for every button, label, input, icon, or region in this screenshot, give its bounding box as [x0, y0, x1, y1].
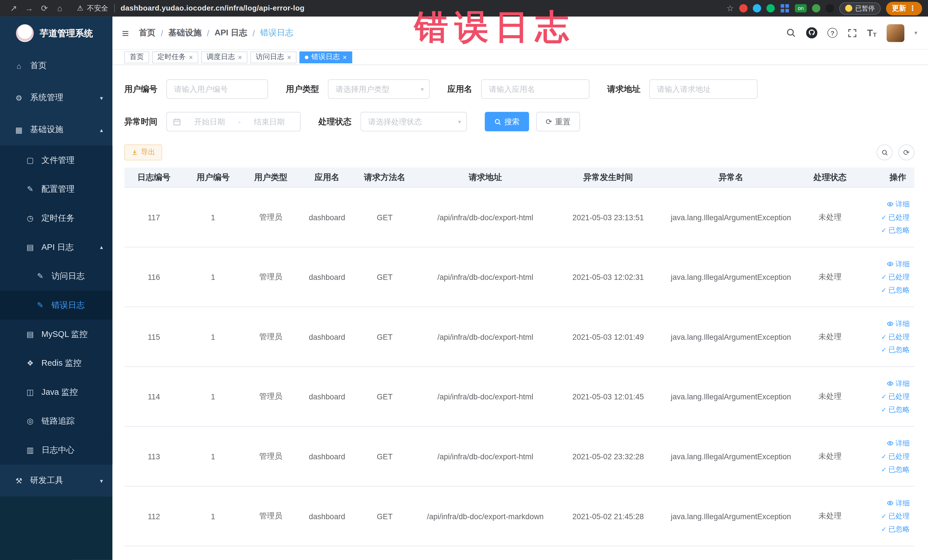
detail-link[interactable]: 详细	[887, 438, 910, 448]
mark-processed-link[interactable]: ✓已处理	[881, 391, 910, 401]
mark-ignored-link[interactable]: ✓已忽略	[881, 404, 910, 415]
cell-exception-name: java.lang.IllegalArgumentException	[660, 512, 802, 520]
process-status-select[interactable]: 请选择处理状态 ▾	[360, 112, 467, 131]
breadcrumb-infrastructure[interactable]: 基础设施	[168, 27, 201, 38]
request-url-input[interactable]	[649, 79, 758, 99]
mark-ignored-link[interactable]: ✓已忽略	[881, 345, 910, 355]
breadcrumb-separator: /	[252, 28, 255, 38]
extension-icon-grid[interactable]	[780, 3, 789, 13]
sidebar-toggle-icon[interactable]: ≡	[122, 27, 129, 38]
filter-process-status: 处理状态 请选择处理状态 ▾	[318, 112, 467, 131]
refresh-button[interactable]: ⟳	[898, 144, 914, 160]
mark-processed-link[interactable]: ✓已处理	[881, 212, 910, 222]
sidebar-item-file-management[interactable]: ▢ 文件管理	[0, 145, 112, 175]
close-icon[interactable]: ×	[189, 53, 193, 61]
sidebar-item-mysql-monitor[interactable]: ▤ MySQL 监控	[0, 319, 112, 349]
home-icon[interactable]: ⌂	[52, 3, 68, 13]
close-icon[interactable]: ×	[238, 53, 242, 61]
tab-dispatch-logs[interactable]: 调度日志 ×	[201, 51, 247, 63]
sidebar-item-label: API 日志	[41, 242, 73, 252]
detail-link[interactable]: 详细	[887, 498, 910, 508]
sidebar-item-infrastructure[interactable]: ▦ 基础设施 ▴	[0, 113, 112, 145]
fullscreen-icon[interactable]	[847, 28, 857, 38]
tab-error-logs[interactable]: 错误日志 ×	[299, 51, 352, 63]
sidebar-item-system-management[interactable]: ⚙ 系统管理 ▾	[0, 82, 112, 113]
reload-icon[interactable]: ⟳	[37, 3, 52, 13]
api-log-icon: ▤	[25, 243, 35, 252]
github-icon[interactable]	[806, 27, 817, 38]
sidebar-item-error-logs[interactable]: ✎ 错误日志	[0, 291, 112, 320]
mark-processed-link[interactable]: ✓已处理	[881, 272, 910, 282]
url-bar[interactable]: dashboard.yudao.iocoder.cn/infra/log/api…	[121, 4, 305, 12]
chevron-up-icon: ▴	[100, 244, 103, 250]
sidebar-item-log-center[interactable]: ▥ 日志中心	[0, 436, 112, 465]
export-button[interactable]: 导出	[124, 144, 162, 160]
sidebar-item-config-management[interactable]: ✎ 配置管理	[0, 175, 112, 204]
extension-icon-on-badge[interactable]: on	[795, 4, 806, 12]
export-label: 导出	[141, 148, 155, 157]
reset-button[interactable]: ⟳ 重置	[536, 112, 580, 131]
chevron-down-icon: ▾	[458, 118, 461, 125]
cell-app-name: dashboard	[299, 452, 355, 461]
extension-icon-paw[interactable]	[826, 4, 834, 12]
help-icon[interactable]: ?	[827, 28, 838, 38]
sidebar-item-label: 访问日志	[51, 271, 84, 281]
extension-icon-blue-drop[interactable]	[753, 4, 761, 12]
search-toggle-button[interactable]	[877, 144, 893, 160]
mark-ignored-link[interactable]: ✓已忽略	[881, 285, 910, 295]
user-type-select[interactable]: 请选择用户类型 ▾	[328, 79, 430, 99]
detail-link[interactable]: 详细	[887, 259, 910, 269]
mark-ignored-link[interactable]: ✓已忽略	[881, 464, 910, 475]
extension-icon-leaf[interactable]	[812, 4, 820, 12]
chevron-down-icon[interactable]: ▾	[914, 30, 917, 36]
breadcrumb-api-logs[interactable]: API 日志	[215, 27, 247, 38]
font-size-icon[interactable]: TT	[867, 28, 877, 38]
tab-home[interactable]: 首页	[124, 51, 149, 63]
mark-processed-link[interactable]: ✓已处理	[881, 451, 910, 461]
sidebar-item-scheduled-tasks[interactable]: ◷ 定时任务	[0, 204, 112, 233]
cell-app-name: dashboard	[299, 392, 355, 401]
paused-extension-badge[interactable]: 已暂停	[839, 2, 881, 15]
close-icon[interactable]: ×	[287, 53, 291, 61]
sidebar-item-home[interactable]: ⌂ 首页	[0, 50, 112, 82]
config-icon: ✎	[25, 185, 35, 194]
mark-processed-link[interactable]: ✓已处理	[881, 511, 910, 521]
detail-link[interactable]: 详细	[887, 319, 910, 329]
sidebar-item-link-tracing[interactable]: ◎ 链路追踪	[0, 406, 112, 436]
user-id-input[interactable]	[166, 79, 268, 99]
chevron-down-icon: ▾	[100, 95, 103, 101]
extension-icon-green[interactable]	[766, 4, 775, 12]
chrome-update-button[interactable]: 更新 ⋮	[886, 2, 922, 15]
avatar[interactable]	[887, 24, 904, 42]
forward-icon[interactable]: →	[21, 3, 37, 13]
cell-method: GET	[355, 392, 414, 401]
tags-view-bar: 首页 定时任务 × 调度日志 × 访问日志 × 错误日志 ×	[112, 50, 928, 65]
cell-log-id: 116	[124, 272, 183, 281]
sidebar-logo[interactable]: 芋道管理系统	[0, 17, 112, 50]
sidebar-item-java-monitor[interactable]: ◫ Java 监控	[0, 378, 112, 407]
date-range-picker[interactable]: 开始日期 - 结束日期	[166, 112, 301, 131]
sidebar-item-dev-tools[interactable]: ⚒ 研发工具 ▾	[0, 465, 112, 497]
sidebar-item-access-logs[interactable]: ✎ 访问日志	[0, 262, 112, 291]
security-chip[interactable]: ⚠ 不安全	[77, 3, 108, 13]
search-button[interactable]: 搜索	[485, 112, 529, 131]
sidebar-item-api-logs[interactable]: ▤ API 日志 ▴	[0, 232, 112, 262]
extension-icon-red[interactable]	[739, 4, 748, 12]
tab-scheduled-tasks[interactable]: 定时任务 ×	[152, 51, 198, 63]
app-name-input[interactable]	[481, 79, 590, 99]
search-icon[interactable]	[786, 28, 796, 38]
bookmark-star-icon[interactable]: ☆	[727, 3, 734, 13]
mark-ignored-link[interactable]: ✓已忽略	[881, 524, 910, 534]
mark-processed-link[interactable]: ✓已处理	[881, 332, 910, 342]
cell-actions: 详细 ✓已处理 ✓已忽略	[858, 498, 914, 534]
close-icon[interactable]: ×	[343, 53, 347, 61]
cell-exception-time: 2021-05-03 12:02:31	[556, 272, 660, 281]
detail-link[interactable]: 详细	[887, 378, 910, 389]
mark-ignored-link[interactable]: ✓已忽略	[881, 225, 910, 235]
breadcrumb-home[interactable]: 首页	[139, 27, 156, 38]
col-user-id: 用户编号	[183, 172, 243, 183]
tab-access-logs[interactable]: 访问日志 ×	[250, 51, 297, 63]
sidebar-item-redis-monitor[interactable]: ❖ Redis 监控	[0, 349, 112, 378]
detail-link[interactable]: 详细	[887, 199, 910, 209]
share-icon[interactable]: ↗	[6, 3, 21, 13]
